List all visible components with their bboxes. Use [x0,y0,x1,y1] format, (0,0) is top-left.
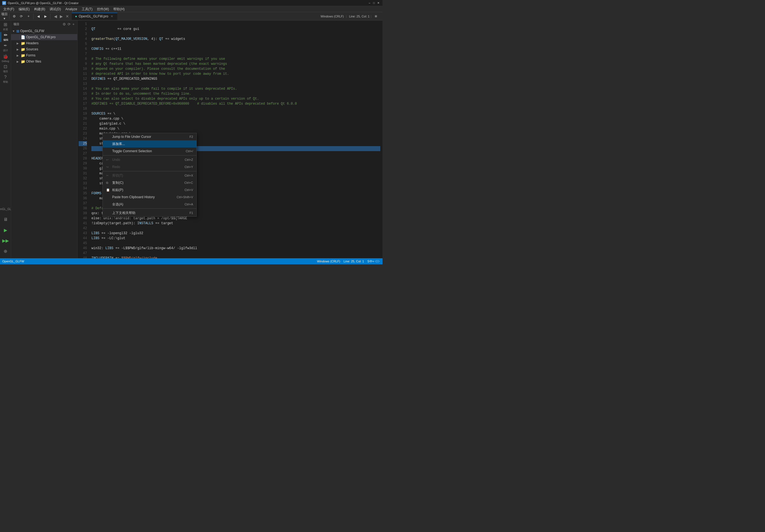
tree-headers[interactable]: ▶ 📁 Headers [11,40,77,46]
ctx-undo[interactable]: ↩ Undo Ctrl+Z [103,156,196,163]
sync-icon[interactable]: ⟳ [67,22,71,26]
minimize-button[interactable]: – [368,1,372,5]
line-41: LIBS += -lopengl32 -lglu32 [91,231,143,235]
tb-sep1 [9,14,9,19]
line-20: glad/glad.c \ [91,122,125,126]
sidebar-item-bottom[interactable]: ⊕ [1,246,11,256]
line-13: # You can also make your code fail to co… [91,87,237,91]
statusbar-line-col-right: Line: 25, Col: 1 [344,260,364,263]
menu-help[interactable]: 帮助(H) [111,6,127,12]
tab-nav-close[interactable]: ✕ [65,14,70,19]
sidebar-item-welcome[interactable]: ⊞ 欢迎 [1,22,11,32]
sidebar-item-bottom-project[interactable]: OpenGL_GLFW [1,204,11,214]
line-42: LIBS += -LC:\glut [91,236,125,240]
titlebar-buttons: – □ ✕ [368,1,380,5]
statusbar: OpenGL_GLFW Windows (CRLF) Line: 25, Col… [0,258,382,264]
project-root-label: OpenGL_GLFW [20,29,77,33]
sidebar-item-run-debug[interactable]: ▶▶ [1,236,11,245]
tb-back[interactable]: ◀ [35,13,42,20]
ctx-paste-history[interactable]: Paste from Clipboard History Ctrl+Shift+… [103,193,196,201]
ctx-sep3 [103,208,196,209]
filetree-toolbar: ⚙ ⟳ + [62,22,75,26]
line-7: # The following define makes your compil… [91,57,225,61]
tab-label: OpenGL_GLFW.pro [79,14,108,18]
ctx-paste[interactable]: 📋 粘贴(P) Ctrl+V [103,186,196,193]
line-numbers: 1 2 3 4 5 6 7 8 9 10 11 12 13 14 15 16 1… [78,21,89,258]
menu-analyze[interactable]: Analyze [63,6,80,12]
tab-nav-forward[interactable]: ▶ [59,14,64,19]
ctx-sep2 [103,171,196,171]
menu-build[interactable]: 构建(B) [32,6,47,12]
ctx-context-help[interactable]: 上下文相关帮助 F1 [103,209,196,216]
filetree-title: 项目 [13,22,19,26]
app-icon: Qt [2,1,6,5]
line-1: QT += core gui [91,27,139,31]
sidebar-item-project[interactable]: ⊡ 项目 [1,64,11,74]
tree-pro-file[interactable]: 📄 OpenGL_GLFW.pro [11,34,77,40]
tb-sep3 [50,14,50,19]
ctx-toggle-comment[interactable]: Toggle Comment Selection Ctrl+/ [103,147,196,155]
sidebar-item-run[interactable]: ▶ [1,225,11,235]
menu-tools[interactable]: 工具(T) [80,6,95,12]
filetree-header: 项目 ⚙ ⟳ + [11,21,77,28]
tb-forward[interactable]: ▶ [42,13,49,20]
line-44: win32: LIBS += -L$$PWD/glfw/lib-mingw-w6… [91,246,197,250]
sidebar-item-help[interactable]: ? 帮助 [1,74,11,84]
toolbar: 项目 ▾ ⚙ ⟳ + ◀ ▶ ◀ ▶ ✕ ● OpenGL_GLFW.pro ✕… [0,12,382,21]
menubar: 文件(F) 编辑(E) 构建(B) 调试(D) Analyze 工具(T) 控件… [0,6,382,12]
menu-controls[interactable]: 控件(W) [95,6,111,12]
context-menu: Jump to File Under Cursor F2 添加库... Togg… [103,133,197,217]
line-39: !isEmpty(target.path): INSTALLS += targe… [91,221,173,225]
sidebar-item-edit[interactable]: ✏ 编辑 [1,32,11,42]
tb-filter[interactable]: ⚙ [11,13,17,20]
line-8: # any Qt feature that has been marked de… [91,62,227,66]
tree-root-project[interactable]: ▼ ⊠ OpenGL_GLFW [11,28,77,34]
ctx-add-library[interactable]: 添加库... [103,140,196,147]
add-icon[interactable]: + [72,22,75,26]
line-16: #DEFINES += QT_DISABLE_DEPRECATED_BEFORE… [91,102,297,106]
left-sidebar: ⊞ 欢迎 ✏ 编辑 ✒ 设计 🐞 Debug ⊡ 项目 ? 帮助 OpenGL_… [0,21,11,258]
tab-pro-file[interactable]: ● OpenGL_GLFW.pro ✕ [72,13,117,20]
ctx-redo[interactable]: ↪ Redo Ctrl+Y [103,163,196,170]
statusbar-project: OpenGL_GLFW [2,260,24,263]
line-46: INCLUDEPATH += $$PWD/glfw/include [91,256,157,258]
line-9: # depend on your compiler). Please consu… [91,67,225,71]
statusbar-encoding: Windows (CRLF) [321,15,344,18]
line-14: # In order to do so, uncomment the follo… [91,92,191,96]
menu-edit[interactable]: 编辑(E) [16,6,32,12]
tb-project-dropdown[interactable]: 项目 ▾ [1,13,8,20]
headers-label: Headers [26,41,77,45]
line-11: DEFINES += QT_DEPRECATED_WARNINGS [91,77,157,81]
tree-other-files[interactable]: ▶ 📁 Other files [11,58,77,65]
menu-debug[interactable]: 调试(D) [47,6,63,12]
tb-add[interactable]: + [25,13,32,20]
statusbar-right: Windows (CRLF) Line: 25, Col: 1 S中+◁▷ [317,259,381,264]
restore-button[interactable]: □ [372,1,376,5]
other-files-label: Other files [26,60,77,63]
line-21: main.cpp \ [91,127,119,131]
ctx-select-all[interactable]: 全选(A) Ctrl+A [103,201,196,208]
file-tree-panel: 项目 ⚙ ⟳ + ▼ ⊠ OpenGL_GLFW 📄 OpenGL_GLFW.p… [11,21,78,258]
close-button[interactable]: ✕ [377,1,380,5]
tab-nav-back[interactable]: ◀ [53,14,58,19]
sources-label: Sources [26,47,77,51]
sidebar-item-run-config[interactable]: 🖥 [1,214,11,224]
sidebar-item-debug[interactable]: 🐞 Debug [1,53,11,63]
ctx-cut[interactable]: ✂ 剪切(T) Ctrl+X [103,172,196,179]
ctx-copy[interactable]: ⧉ 复制(C) Ctrl+C [103,179,196,186]
pro-file-label: OpenGL_GLFW.pro [26,35,77,39]
tab-icon: ● [75,14,77,18]
ctx-jump-to-file[interactable]: Jump to File Under Cursor F2 [103,133,196,140]
tb-zoom[interactable]: ⊞ [373,13,379,20]
statusbar-encoding-right: Windows (CRLF) [317,260,341,263]
sidebar-item-design[interactable]: ✒ 设计 [1,43,11,53]
filter-icon[interactable]: ⚙ [62,22,67,26]
tab-close-button[interactable]: ✕ [110,14,114,18]
tb-sync[interactable]: ⟳ [18,13,25,20]
line-5: CONFIG += c++11 [91,47,121,51]
line-18: SOURCES += \ [91,112,115,116]
tree-forms[interactable]: ▶ 📁 Forms [11,52,77,58]
tree-sources[interactable]: ▶ 📁 Sources [11,46,77,52]
tab-nav: ◀ ▶ ✕ [52,14,71,19]
menu-file[interactable]: 文件(F) [1,6,16,12]
